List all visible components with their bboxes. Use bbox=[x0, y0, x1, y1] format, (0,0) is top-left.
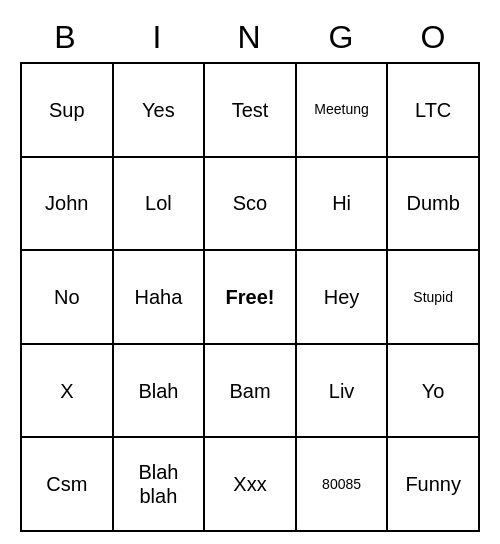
bingo-cell: Meetung bbox=[297, 64, 389, 158]
bingo-cell: Xxx bbox=[205, 438, 297, 532]
bingo-cell: Test bbox=[205, 64, 297, 158]
bingo-header: BINGO bbox=[20, 12, 480, 62]
bingo-cell: Csm bbox=[22, 438, 114, 532]
bingo-cell: Liv bbox=[297, 345, 389, 439]
bingo-cell: Hi bbox=[297, 158, 389, 252]
bingo-cell: Yes bbox=[114, 64, 206, 158]
bingo-cell: Free! bbox=[205, 251, 297, 345]
bingo-cell: Blah bbox=[114, 345, 206, 439]
bingo-cell: Hey bbox=[297, 251, 389, 345]
header-letter: O bbox=[388, 12, 480, 62]
bingo-cell: Lol bbox=[114, 158, 206, 252]
bingo-cell: No bbox=[22, 251, 114, 345]
bingo-cell: X bbox=[22, 345, 114, 439]
bingo-cell: Stupid bbox=[388, 251, 480, 345]
bingo-cell: Blahblah bbox=[114, 438, 206, 532]
bingo-cell: Haha bbox=[114, 251, 206, 345]
header-letter: I bbox=[112, 12, 204, 62]
bingo-cell: Yo bbox=[388, 345, 480, 439]
bingo-row: XBlahBamLivYo bbox=[22, 345, 480, 439]
header-letter: N bbox=[204, 12, 296, 62]
bingo-cell: Sup bbox=[22, 64, 114, 158]
bingo-cell: John bbox=[22, 158, 114, 252]
bingo-cell: Dumb bbox=[388, 158, 480, 252]
bingo-row: SupYesTestMeetungLTC bbox=[22, 64, 480, 158]
bingo-row: CsmBlahblahXxx80085Funny bbox=[22, 438, 480, 532]
bingo-row: NoHahaFree!HeyStupid bbox=[22, 251, 480, 345]
bingo-cell: Sco bbox=[205, 158, 297, 252]
bingo-cell: LTC bbox=[388, 64, 480, 158]
bingo-cell: 80085 bbox=[297, 438, 389, 532]
bingo-grid: SupYesTestMeetungLTCJohnLolScoHiDumbNoHa… bbox=[20, 62, 480, 532]
bingo-row: JohnLolScoHiDumb bbox=[22, 158, 480, 252]
bingo-cell: Bam bbox=[205, 345, 297, 439]
bingo-cell: Funny bbox=[388, 438, 480, 532]
header-letter: B bbox=[20, 12, 112, 62]
bingo-card: BINGO SupYesTestMeetungLTCJohnLolScoHiDu… bbox=[20, 12, 480, 532]
header-letter: G bbox=[296, 12, 388, 62]
